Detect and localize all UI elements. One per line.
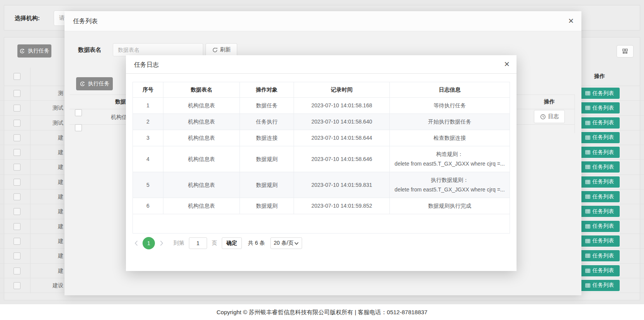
total-count-label: 共 6 条 <box>248 240 265 247</box>
task-list-button[interactable]: 任务列表 <box>579 235 620 247</box>
task-list-button[interactable]: 任务列表 <box>579 265 620 276</box>
close-icon[interactable]: × <box>504 60 510 68</box>
clock-icon <box>540 114 546 120</box>
cell-log-message: 等待执行任务 <box>390 98 510 113</box>
table-icon <box>585 209 590 214</box>
task-list-button[interactable]: 任务列表 <box>579 176 620 188</box>
table-icon <box>585 179 590 185</box>
row-checkbox[interactable] <box>14 105 20 112</box>
row-checkbox[interactable] <box>14 149 20 156</box>
next-page-icon[interactable] <box>158 237 165 249</box>
task-list-button[interactable]: 任务列表 <box>579 102 620 113</box>
page-size-select[interactable]: 20 条/页 <box>270 237 302 249</box>
prev-page-icon[interactable] <box>133 237 139 249</box>
table-row: 3 机构信息表 数据连接 2023-07-10 14:01:58.644 检查数… <box>133 130 510 146</box>
task-list-button[interactable]: 任务列表 <box>579 250 620 261</box>
table-header-row: 序号 数据表名 操作对象 记录时间 日志信息 <box>133 82 510 98</box>
row-checkbox[interactable] <box>14 90 20 97</box>
row-label-partial: 测试 <box>39 120 63 127</box>
row-label-partial: 建 <box>39 164 63 171</box>
row-label-partial: 建 <box>39 223 63 230</box>
table-name-label: 数据表名 <box>78 46 101 54</box>
task-list-button[interactable]: 任务列表 <box>579 221 620 232</box>
table-icon <box>585 120 590 125</box>
select-all-checkbox[interactable] <box>75 109 82 116</box>
task-list-button[interactable]: 任务列表 <box>579 161 620 173</box>
cell-target: 数据任务 <box>240 98 294 113</box>
table-icon <box>585 135 590 140</box>
cell-log-message: 检查数据连接 <box>390 130 510 146</box>
column-header: 序号 <box>133 82 163 97</box>
cell-table-name: 机构信息表 <box>163 130 240 146</box>
column-header: 记录时间 <box>294 82 390 97</box>
cell-table-name: 机构信息表 <box>163 114 240 130</box>
row-checkbox[interactable] <box>75 124 82 131</box>
action-column-header: 操作 <box>576 73 624 80</box>
confirm-page-button[interactable]: 确定 <box>222 237 242 249</box>
cell-time: 2023-07-10 14:01:58.646 <box>294 146 390 172</box>
table-row: 4 机构信息表 数据规则 2023-07-10 14:01:58.646 构造规… <box>133 146 510 172</box>
row-label-partial: 测试 <box>39 105 63 112</box>
cell-time: 2023-07-10 14:01:59.831 <box>294 172 390 198</box>
row-checkbox[interactable] <box>14 179 20 186</box>
table-icon <box>585 150 590 155</box>
execute-task-button[interactable]: 执行任务 <box>76 77 113 90</box>
cell-time: 2023-07-10 14:01:58.644 <box>294 130 390 146</box>
cell-log-message: 数据规则执行完成 <box>390 198 510 214</box>
current-page-button[interactable]: 1 <box>143 237 155 249</box>
execute-icon <box>19 48 25 54</box>
cell-index: 5 <box>133 172 163 198</box>
task-list-modal-titlebar <box>65 11 581 31</box>
row-checkbox[interactable] <box>14 252 20 259</box>
cell-table-name: 机构信息表 <box>163 146 240 172</box>
close-icon[interactable]: × <box>568 17 574 25</box>
row-checkbox[interactable] <box>14 120 20 127</box>
table-icon <box>585 164 590 169</box>
execute-icon <box>80 81 85 87</box>
footer-copyright: Copyright © 苏州银丰睿哲信息科技有限公司版权所有 | 客服电话：05… <box>0 304 644 320</box>
task-list-modal-title: 任务列表 <box>73 17 98 25</box>
row-checkbox[interactable] <box>14 193 20 200</box>
task-log-table: 序号 数据表名 操作对象 记录时间 日志信息 1 机构信息表 数据任务 2023… <box>133 82 510 234</box>
row-checkbox[interactable] <box>14 238 20 245</box>
column-header: 数据表名 <box>163 82 240 97</box>
task-list-button[interactable]: 任务列表 <box>579 88 620 99</box>
goto-page-input[interactable] <box>189 237 207 249</box>
row-label-partial: 建 <box>39 252 63 259</box>
task-list-button[interactable]: 任务列表 <box>579 280 620 291</box>
log-button[interactable]: 日志 <box>534 110 565 123</box>
table-row: 5 机构信息表 数据规则 2023-07-10 14:01:59.831 执行数… <box>133 172 510 198</box>
row-checkbox[interactable] <box>14 164 20 171</box>
row-checkbox[interactable] <box>14 268 20 274</box>
task-list-button[interactable]: 任务列表 <box>579 191 620 202</box>
table-icon <box>585 253 590 258</box>
table-icon <box>585 91 590 96</box>
cell-table-name: 机构信息表 <box>163 98 240 113</box>
table-row: 6 机构信息表 数据规则 2023-07-10 14:01:59.852 数据规… <box>133 198 510 214</box>
refresh-button[interactable]: 刷新 <box>206 43 237 56</box>
execute-task-button[interactable]: 执行任务 <box>17 44 51 58</box>
select-all-checkbox[interactable] <box>14 73 20 80</box>
task-list-button[interactable]: 任务列表 <box>579 147 620 158</box>
table-name-input[interactable] <box>113 43 203 56</box>
table-icon <box>585 268 590 273</box>
action-column-header: 操作 <box>520 98 578 105</box>
cell-target: 数据连接 <box>240 130 294 146</box>
task-list-button[interactable]: 任务列表 <box>579 206 620 217</box>
table-row: 1 机构信息表 数据任务 2023-07-10 14:01:58.168 等待执… <box>133 98 510 114</box>
column-settings-button[interactable] <box>617 45 634 58</box>
row-label-partial: 建 <box>39 193 63 200</box>
cell-log-message: 执行数据规则： delete from east5.T_GX_JGXX wher… <box>390 172 510 198</box>
row-checkbox[interactable] <box>14 223 20 230</box>
table-icon <box>585 239 590 244</box>
task-log-modal-title: 任务日志 <box>134 61 159 69</box>
row-checkbox[interactable] <box>14 282 20 289</box>
row-checkbox[interactable] <box>14 134 20 141</box>
task-list-button[interactable]: 任务列表 <box>579 132 620 143</box>
row-label-partial: 建 <box>39 179 63 186</box>
cell-index: 1 <box>133 98 163 113</box>
row-checkbox[interactable] <box>14 208 20 215</box>
org-select-label: 选择机构: <box>15 15 40 22</box>
refresh-icon <box>212 47 218 53</box>
task-list-button[interactable]: 任务列表 <box>579 117 620 129</box>
